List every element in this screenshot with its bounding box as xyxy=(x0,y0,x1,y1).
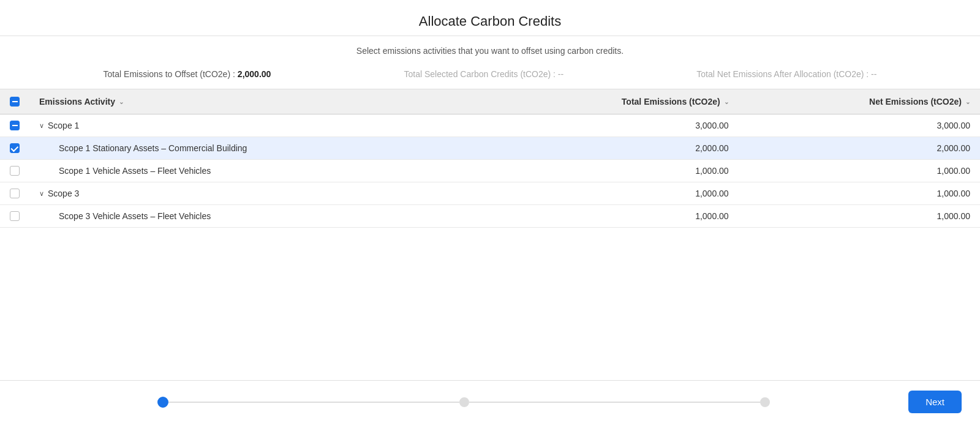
total-selected-summary: Total Selected Carbon Credits (tCO2e) : … xyxy=(404,69,564,79)
checkbox-cell-scope1-vehicle[interactable] xyxy=(0,160,29,182)
total-emissions-column-header[interactable]: Total Emissions (tCO2e) ⌄ xyxy=(485,89,739,114)
net-cell-scope3-vehicle: 1,000.00 xyxy=(739,205,980,228)
total-cell-scope1-stationary: 2,000.00 xyxy=(485,137,739,160)
table-body: ∨Scope 13,000.003,000.00Scope 1 Stationa… xyxy=(0,114,980,228)
footer: Next xyxy=(0,380,980,423)
total-net-label: Total Net Emissions After Allocation (tC… xyxy=(696,69,876,79)
row-label-text-scope1-vehicle: Scope 1 Vehicle Assets – Fleet Vehicles xyxy=(59,166,211,176)
total-net-summary: Total Net Emissions After Allocation (tC… xyxy=(696,69,876,79)
select-all-header[interactable] xyxy=(0,89,29,114)
checkbox-scope3-vehicle[interactable] xyxy=(10,211,20,221)
net-emissions-column-header[interactable]: Net Emissions (tCO2e) ⌄ xyxy=(739,89,980,114)
emissions-table-container: Emissions Activity ⌄ Total Emissions (tC… xyxy=(0,89,980,380)
page-title: Allocate Carbon Credits xyxy=(0,13,980,29)
checkbox-cell-scope3-vehicle[interactable] xyxy=(0,205,29,228)
emissions-table: Emissions Activity ⌄ Total Emissions (tC… xyxy=(0,89,980,228)
table-row: ∨Scope 31,000.001,000.00 xyxy=(0,182,980,205)
activity-label-scope3: ∨Scope 3 xyxy=(29,182,485,205)
step-line-1 xyxy=(168,402,459,403)
row-label-text-scope3: Scope 3 xyxy=(48,189,79,198)
activity-sort-icon: ⌄ xyxy=(119,99,124,105)
net-cell-scope1-stationary: 2,000.00 xyxy=(739,137,980,160)
total-cell-scope1-vehicle: 1,000.00 xyxy=(485,160,739,182)
activity-label-scope3-vehicle: Scope 3 Vehicle Assets – Fleet Vehicles xyxy=(29,205,485,228)
total-cell-scope3: 1,000.00 xyxy=(485,182,739,205)
net-cell-scope1: 3,000.00 xyxy=(739,114,980,137)
table-row: Scope 1 Stationary Assets – Commercial B… xyxy=(0,137,980,160)
row-label-text-scope1-stationary: Scope 1 Stationary Assets – Commercial B… xyxy=(59,143,247,153)
checkbox-scope1-stationary[interactable] xyxy=(10,143,20,153)
total-cell-scope3-vehicle: 1,000.00 xyxy=(485,205,739,228)
checkbox-cell-scope1-stationary[interactable] xyxy=(0,137,29,160)
net-cell-scope3: 1,000.00 xyxy=(739,182,980,205)
subtitle-text: Select emissions activities that you wan… xyxy=(356,46,624,56)
total-emissions-summary: Total Emissions to Offset (tCO2e) : 2,00… xyxy=(104,69,271,79)
row-label-text-scope3-vehicle: Scope 3 Vehicle Assets – Fleet Vehicles xyxy=(59,211,211,221)
step-2-dot xyxy=(459,397,469,407)
next-button[interactable]: Next xyxy=(908,391,962,413)
step-3-dot xyxy=(760,397,770,407)
total-emissions-value: 2,000.00 xyxy=(238,69,271,79)
expand-icon-scope1[interactable]: ∨ xyxy=(39,122,44,130)
subtitle-area: Select emissions activities that you wan… xyxy=(0,36,980,63)
step-1-dot xyxy=(157,397,168,408)
activity-column-header[interactable]: Emissions Activity ⌄ xyxy=(29,89,485,114)
table-row: ∨Scope 13,000.003,000.00 xyxy=(0,114,980,137)
step-indicator xyxy=(35,397,892,408)
total-sort-icon: ⌄ xyxy=(724,99,729,105)
checkbox-scope1-vehicle[interactable] xyxy=(10,166,20,176)
summary-bar: Total Emissions to Offset (tCO2e) : 2,00… xyxy=(0,63,980,89)
checkbox-scope1[interactable] xyxy=(10,121,20,130)
total-cell-scope1: 3,000.00 xyxy=(485,114,739,137)
net-cell-scope1-vehicle: 1,000.00 xyxy=(739,160,980,182)
expand-icon-scope3[interactable]: ∨ xyxy=(39,190,44,198)
checkbox-cell-scope3[interactable] xyxy=(0,182,29,205)
table-row: Scope 1 Vehicle Assets – Fleet Vehicles1… xyxy=(0,160,980,182)
row-label-text-scope1: Scope 1 xyxy=(48,121,79,130)
total-emissions-label: Total Emissions to Offset (tCO2e) : xyxy=(104,69,235,79)
checkbox-scope3[interactable] xyxy=(10,189,20,198)
table-header-row: Emissions Activity ⌄ Total Emissions (tC… xyxy=(0,89,980,114)
activity-label-scope1-stationary: Scope 1 Stationary Assets – Commercial B… xyxy=(29,137,485,160)
activity-label-scope1-vehicle: Scope 1 Vehicle Assets – Fleet Vehicles xyxy=(29,160,485,182)
select-all-checkbox[interactable] xyxy=(10,97,20,107)
table-row: Scope 3 Vehicle Assets – Fleet Vehicles1… xyxy=(0,205,980,228)
total-selected-label: Total Selected Carbon Credits (tCO2e) : … xyxy=(404,69,564,79)
step-line-2 xyxy=(469,402,760,403)
net-sort-icon: ⌄ xyxy=(965,99,970,105)
checkbox-cell-scope1[interactable] xyxy=(0,114,29,137)
page-title-area: Allocate Carbon Credits xyxy=(0,0,980,36)
activity-label-scope1: ∨Scope 1 xyxy=(29,114,485,137)
